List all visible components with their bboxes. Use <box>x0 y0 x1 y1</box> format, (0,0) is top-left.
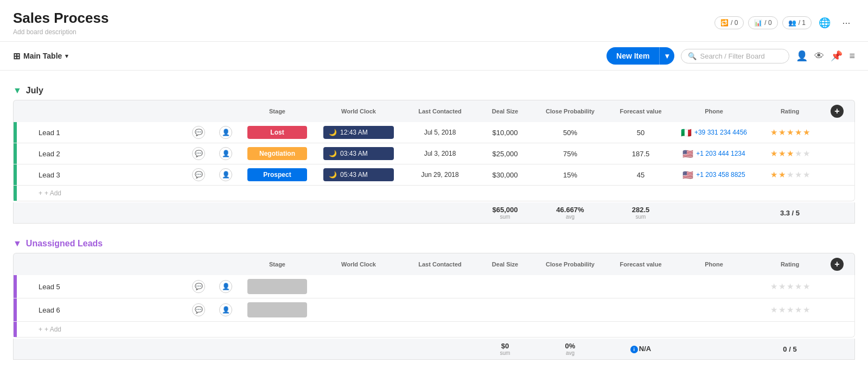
stage-cell[interactable] <box>239 275 315 298</box>
filter-icon[interactable]: ≡ <box>849 50 855 62</box>
star-2[interactable]: ★ <box>778 305 786 315</box>
person-icon[interactable]: 👤 <box>219 168 232 181</box>
star-1[interactable]: ★ <box>770 305 777 315</box>
comment-icon[interactable]: 💬 <box>192 126 205 139</box>
person-cell[interactable]: 👤 <box>212 122 239 143</box>
group-collapse-unassigned[interactable]: ▼ <box>13 239 22 249</box>
stage-badge-empty[interactable] <box>247 302 307 317</box>
star-5[interactable]: ★ <box>803 305 810 315</box>
star-1[interactable]: ★ <box>770 128 777 137</box>
rating-cell[interactable]: ★ ★ ★ ★ ★ <box>755 301 825 319</box>
members-count: / 1 <box>799 19 806 27</box>
automations-counter[interactable]: 🔁 / 0 <box>714 16 744 29</box>
group-collapse-july[interactable]: ▼ <box>13 86 22 96</box>
person-cell[interactable]: 👤 <box>212 143 239 164</box>
star-5[interactable]: ★ <box>803 149 810 158</box>
search-box[interactable]: 🔍 Search / Filter Board <box>681 49 789 63</box>
star-5[interactable]: ★ <box>803 128 810 137</box>
add-item-button-unassigned[interactable]: + + Add <box>33 322 185 337</box>
phone-link[interactable]: +1 203 458 8825 <box>696 171 745 179</box>
comment-icon[interactable]: 💬 <box>192 147 205 160</box>
col-add[interactable]: + <box>825 100 847 122</box>
pin-icon[interactable]: 📌 <box>831 50 843 62</box>
invite-button[interactable]: 🌐 <box>816 14 833 31</box>
star-4[interactable]: ★ <box>795 305 802 315</box>
comment-cell[interactable]: 💬 <box>185 276 212 297</box>
star-5[interactable]: ★ <box>803 282 810 291</box>
rating-cell[interactable]: ★ ★ ★ ★ ★ <box>755 124 825 141</box>
add-column-button[interactable]: + <box>831 105 844 118</box>
person-cell[interactable]: 👤 <box>212 276 239 297</box>
stage-cell[interactable]: Prospect <box>239 164 315 185</box>
stage-badge[interactable]: Negotiation <box>247 147 307 160</box>
col-comment <box>185 107 212 116</box>
star-2[interactable]: ★ <box>778 149 786 158</box>
comment-icon[interactable]: 💬 <box>192 280 205 293</box>
flag-icon: 🇮🇹 <box>681 128 692 138</box>
star-1[interactable]: ★ <box>770 170 777 180</box>
stage-badge-empty[interactable] <box>247 279 307 294</box>
comment-icon[interactable]: 💬 <box>192 303 205 316</box>
new-item-dropdown-icon[interactable]: ▾ <box>659 47 674 65</box>
col-worldclock: World Clock <box>315 104 402 119</box>
star-2[interactable]: ★ <box>778 170 786 180</box>
comment-cell[interactable]: 💬 <box>185 143 212 164</box>
eye-icon[interactable]: 👁 <box>814 50 824 62</box>
stage-cell[interactable]: Negotiation <box>239 143 315 164</box>
integrations-counter[interactable]: 📊 / 0 <box>748 16 777 29</box>
star-2[interactable]: ★ <box>778 128 786 137</box>
search-icon: 🔍 <box>688 52 697 60</box>
person-filter-icon[interactable]: 👤 <box>796 50 808 62</box>
rating-cell[interactable]: ★ ★ ★ ★ ★ <box>755 145 825 162</box>
rating-cell[interactable]: ★ ★ ★ ★ ★ <box>755 278 825 295</box>
rating-cell[interactable]: ★ ★ ★ ★ ★ <box>755 166 825 183</box>
star-3[interactable]: ★ <box>787 305 794 315</box>
comment-icon[interactable]: 💬 <box>192 168 205 181</box>
add-icon: + <box>39 189 42 197</box>
col-add[interactable]: + <box>825 253 847 275</box>
star-3[interactable]: ★ <box>787 149 794 158</box>
star-3[interactable]: ★ <box>787 282 794 291</box>
star-1[interactable]: ★ <box>770 149 777 158</box>
stage-cell[interactable]: Lost <box>239 122 315 143</box>
star-4[interactable]: ★ <box>795 149 802 158</box>
main-table-button[interactable]: ⊞ Main Table ▾ <box>13 51 68 61</box>
stage-badge[interactable]: Prospect <box>247 168 307 181</box>
person-cell[interactable]: 👤 <box>212 300 239 320</box>
board-title: Sales Process <box>13 10 108 27</box>
more-options-button[interactable]: ··· <box>838 14 855 31</box>
stage-badge[interactable]: Lost <box>247 126 307 139</box>
col-forecast: Forecast value <box>608 104 673 119</box>
stage-cell[interactable] <box>239 298 315 321</box>
row-name-cell: Lead 6 <box>33 302 185 318</box>
comment-cell[interactable]: 💬 <box>185 300 212 320</box>
world-clock: 🌙 12:43 AM <box>323 126 394 139</box>
star-5[interactable]: ★ <box>803 170 810 180</box>
person-cell[interactable]: 👤 <box>212 164 239 185</box>
person-icon[interactable]: 👤 <box>219 280 232 293</box>
star-1[interactable]: ★ <box>770 282 777 291</box>
star-3[interactable]: ★ <box>787 128 794 137</box>
star-4[interactable]: ★ <box>795 170 802 180</box>
person-icon[interactable]: 👤 <box>219 303 232 316</box>
col-phone: Phone <box>673 257 755 272</box>
star-4[interactable]: ★ <box>795 128 802 137</box>
lead-name: Lead 5 <box>39 283 60 291</box>
comment-cell[interactable]: 💬 <box>185 164 212 185</box>
comment-cell[interactable]: 💬 <box>185 122 212 143</box>
group-header-july: ▼ July <box>13 81 855 100</box>
group-title-july: July <box>26 86 43 96</box>
star-3[interactable]: ★ <box>787 170 794 180</box>
star-2[interactable]: ★ <box>778 282 786 291</box>
members-counter[interactable]: 👥 / 1 <box>782 16 812 29</box>
summary-rating: 3.3 / 5 <box>755 206 825 220</box>
phone-link[interactable]: +39 331 234 4456 <box>694 129 747 136</box>
phone-link[interactable]: +1 203 444 1234 <box>696 150 745 157</box>
star-4[interactable]: ★ <box>795 282 802 291</box>
person-icon[interactable]: 👤 <box>219 147 232 160</box>
person-icon[interactable]: 👤 <box>219 126 232 139</box>
new-item-button[interactable]: New Item ▾ <box>607 47 674 65</box>
summary-deal-size-u: $0 sum <box>478 339 532 359</box>
add-column-button[interactable]: + <box>831 258 844 271</box>
add-item-button[interactable]: + + Add <box>33 186 185 201</box>
